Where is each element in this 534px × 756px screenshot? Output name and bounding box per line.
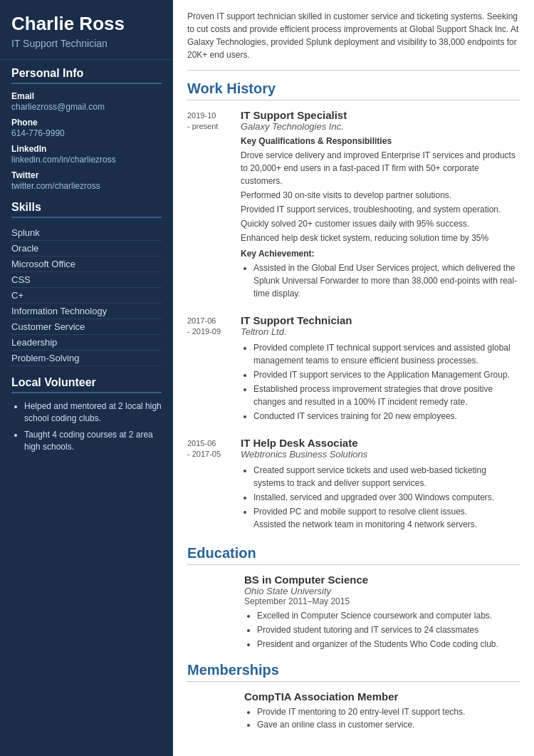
- work-history-title: Work History: [187, 81, 520, 100]
- list-item: Provided PC and mobile support to resolv…: [253, 505, 520, 531]
- skill-item: Oracle: [11, 241, 162, 257]
- phone-value: 614-776-9990: [11, 128, 162, 138]
- candidate-name: Charlie Ross: [11, 13, 162, 35]
- job-1-achievement-bullets: Assisted in the Global End User Services…: [241, 262, 520, 300]
- job-3-company: Webtronics Business Solutions: [241, 449, 520, 460]
- membership-bullets: Provide IT mentoring to 20 entry-level I…: [244, 705, 520, 731]
- skill-item: Microsoft Office: [11, 257, 162, 272]
- phone-label: Phone: [11, 118, 162, 128]
- job-entry-3: 2015-06- 2017-05 IT Help Desk Associate …: [187, 437, 520, 532]
- job-1-subtitle: Key Qualifications & Responsibilities: [241, 136, 520, 146]
- job-3-dates: 2015-06- 2017-05: [187, 437, 241, 532]
- skill-item: Splunk: [11, 225, 162, 241]
- skill-item: CSS: [11, 272, 162, 288]
- job-1-dates: 2019-10- present: [187, 109, 241, 301]
- volunteer-section: Local Volunteer Helped and mentored at 2…: [0, 369, 173, 464]
- skill-item: C+: [11, 288, 162, 304]
- job-1-company: Galaxy Technologies Inc.: [241, 121, 520, 132]
- job-1-text-3: Provided IT support services, troublesho…: [241, 203, 520, 216]
- job-1-details: IT Support Specialist Galaxy Technologie…: [241, 109, 520, 301]
- education-section: Education BS in Computer Science Ohio St…: [187, 545, 520, 651]
- list-item: Installed, serviced and upgraded over 30…: [253, 491, 520, 504]
- volunteer-list: Helped and mentored at 2 local high scho…: [11, 400, 162, 452]
- twitter-label: Twitter: [11, 170, 162, 180]
- list-item: Established process improvement strategi…: [253, 383, 520, 408]
- personal-info-section: Personal Info Email charliezross@gmail.c…: [0, 60, 173, 194]
- job-entry-1: 2019-10- present IT Support Specialist G…: [187, 109, 520, 301]
- skills-section: Skills SplunkOracleMicrosoft OfficeCSSC+…: [0, 194, 173, 369]
- linkedin-label: LinkedIn: [11, 144, 162, 154]
- edu-degree: BS in Computer Science: [244, 574, 520, 586]
- job-2-dates: 2017-06- 2019-09: [187, 314, 241, 424]
- job-3-details: IT Help Desk Associate Webtronics Busine…: [241, 437, 520, 532]
- job-1-text-5: Enhanced help desk ticket system, reduci…: [241, 232, 520, 244]
- list-item: Conducted IT services training for 20 ne…: [253, 410, 520, 423]
- list-item: Provide IT mentoring to 20 entry-level I…: [257, 705, 520, 718]
- candidate-title: IT Support Technician: [11, 38, 162, 49]
- memberships-section: Memberships CompTIA Association Member P…: [187, 662, 520, 731]
- list-item: Assisted in the Global End User Services…: [253, 262, 520, 300]
- job-1-text-4: Quickly solved 20+ customer issues daily…: [241, 217, 520, 230]
- twitter-value: twitter.com/charliezross: [11, 181, 162, 191]
- job-2-details: IT Support Technician Teltron Ltd. Provi…: [241, 314, 520, 424]
- volunteer-title: Local Volunteer: [11, 376, 162, 393]
- main-content: Proven IT support technician skilled in …: [173, 0, 534, 756]
- skill-item: Problem-Solving: [11, 351, 162, 366]
- sidebar-header: Charlie Ross IT Support Technician: [0, 0, 173, 60]
- volunteer-item: Taught 4 coding courses at 2 area high s…: [24, 429, 162, 453]
- job-3-title: IT Help Desk Associate: [241, 437, 520, 449]
- job-1-title: IT Support Specialist: [241, 109, 520, 121]
- membership-entry: CompTIA Association Member Provide IT me…: [187, 690, 520, 731]
- list-item: Provided IT support services to the Appl…: [253, 368, 520, 381]
- job-1-achievement-title: Key Achievement:: [241, 249, 520, 259]
- job-3-bullets: Created support service tickets and used…: [241, 464, 520, 531]
- skills-list: SplunkOracleMicrosoft OfficeCSSC+Informa…: [11, 225, 162, 366]
- skill-item: Customer Service: [11, 319, 162, 335]
- list-item: Created support service tickets and used…: [253, 464, 520, 490]
- linkedin-value: linkedin.com/in/charliezross: [11, 155, 162, 165]
- membership-name: CompTIA Association Member: [244, 690, 520, 703]
- skill-item: Information Technology: [11, 304, 162, 319]
- sidebar: Charlie Ross IT Support Technician Perso…: [0, 0, 173, 756]
- list-item: President and organizer of the Students …: [257, 638, 520, 651]
- edu-bullets: Excelled in Computer Science coursework …: [244, 609, 520, 651]
- email-value: charliezross@gmail.com: [11, 102, 162, 112]
- list-item: Gave an online class in customer service…: [257, 718, 520, 731]
- job-2-title: IT Support Technician: [241, 314, 520, 326]
- edu-dates: September 2011–May 2015: [244, 596, 520, 606]
- job-entry-2: 2017-06- 2019-09 IT Support Technician T…: [187, 314, 520, 424]
- job-1-text-1: Drove service delivery and improved Ente…: [241, 149, 520, 187]
- skill-item: Leadership: [11, 335, 162, 351]
- education-title: Education: [187, 545, 520, 565]
- job-2-company: Teltron Ltd.: [241, 326, 520, 337]
- list-item: Excelled in Computer Science coursework …: [257, 609, 520, 622]
- email-label: Email: [11, 91, 162, 101]
- summary-text: Proven IT support technician skilled in …: [187, 10, 520, 71]
- job-2-bullets: Provided complete IT technical support s…: [241, 341, 520, 423]
- personal-info-title: Personal Info: [11, 67, 162, 84]
- list-item: Provided complete IT technical support s…: [253, 341, 520, 367]
- edu-school: Ohio State University: [244, 586, 520, 596]
- edu-entry: BS in Computer Science Ohio State Univer…: [187, 574, 520, 651]
- volunteer-item: Helped and mentored at 2 local high scho…: [24, 400, 162, 425]
- skills-title: Skills: [11, 201, 162, 218]
- memberships-title: Memberships: [187, 662, 520, 682]
- work-history-section: Work History 2019-10- present IT Support…: [187, 81, 520, 532]
- job-1-text-2: Performed 30 on-site visits to develop p…: [241, 189, 520, 202]
- list-item: Provided student tutoring and IT service…: [257, 623, 520, 636]
